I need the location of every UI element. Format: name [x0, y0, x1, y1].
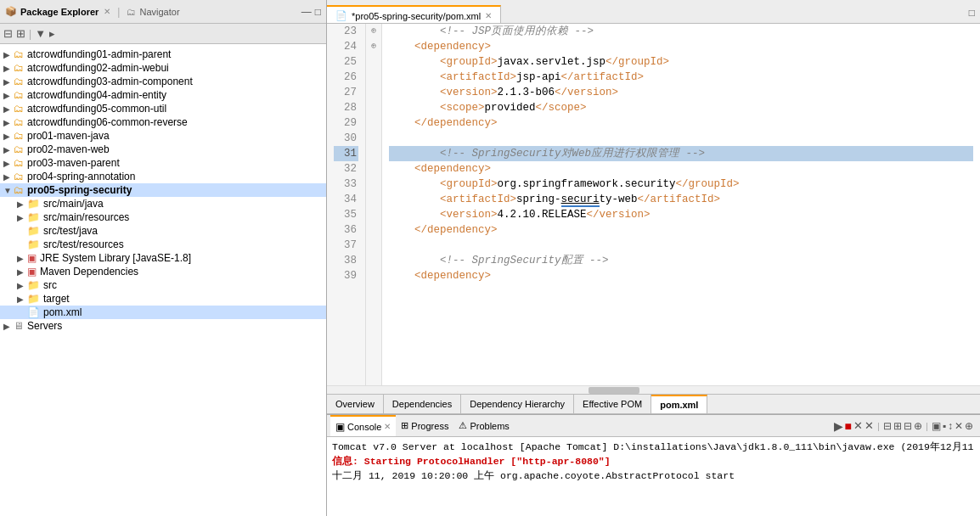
- code-line-37: [389, 238, 973, 253]
- tree-item-servers[interactable]: ▶ 🖥 Servers: [0, 319, 326, 333]
- tree-item-atcrowdfunding02[interactable]: ▶ 🗂 atcrowdfunding02-admin-webui: [0, 61, 326, 75]
- tree-item-pro03[interactable]: ▶ 🗂 pro03-maven-parent: [0, 156, 326, 170]
- collapse-all-icon[interactable]: ⊟: [3, 27, 13, 40]
- progress-tab-label: Progress: [411, 421, 448, 431]
- open-file-icon[interactable]: ▪: [943, 420, 946, 432]
- project-icon: 🗂: [14, 76, 24, 87]
- pin-icon[interactable]: ▣: [932, 420, 941, 432]
- console-line-normal: 十二月 11, 2019 10:20:00 上午 org.apache.coyo…: [332, 468, 975, 483]
- tab-overview[interactable]: Overview: [327, 395, 384, 413]
- project-icon: 🗂: [14, 130, 24, 142]
- close-console-icon[interactable]: ✕: [865, 419, 874, 432]
- tree-item-atcrowdfunding06[interactable]: ▶ 🗂 atcrowdfunding06-common-reverse: [0, 115, 326, 129]
- tree-label: src/test/resources: [43, 238, 124, 250]
- maximize-icon[interactable]: □: [315, 6, 321, 18]
- stop-icon[interactable]: ■: [845, 419, 852, 433]
- tree-label: atcrowdfunding04-admin-entity: [27, 89, 166, 101]
- tree-label: pro01-maven-java: [27, 130, 110, 142]
- code-line-35: <version>4.2.10.RELEASE</version>: [389, 207, 973, 222]
- code-line-25: <groupId>javax.servlet.jsp</groupId>: [389, 54, 973, 70]
- navigator-icon: 🗂: [127, 7, 136, 17]
- close-view-icon[interactable]: ✕: [955, 420, 963, 432]
- tree-label: pro05-spring-security: [27, 184, 132, 196]
- servers-icon: 🖥: [14, 320, 24, 332]
- line-numbers: 23 24 25 26 27 28 29 30 31 32 33 34 35 3…: [327, 24, 366, 385]
- tree-item-src-test-java[interactable]: 📁 src/test/java: [0, 224, 326, 238]
- paste-icon[interactable]: ⊕: [914, 420, 922, 432]
- project-icon: 🗂: [14, 143, 24, 155]
- tree-label: pom.xml: [43, 306, 82, 318]
- tree-item-maven-deps[interactable]: ▶ ▣ Maven Dependencies: [0, 265, 326, 278]
- tree-label: Maven Dependencies: [40, 266, 138, 278]
- tree-item-jre[interactable]: ▶ ▣ JRE System Library [JavaSE-1.8]: [0, 251, 326, 265]
- tab-dependency-hierarchy[interactable]: Dependency Hierarchy: [461, 395, 574, 413]
- editor-tab-label: *pro05-spring-security/pom.xml: [352, 11, 481, 21]
- tree-item-pom-xml[interactable]: 📄 pom.xml: [0, 306, 326, 319]
- tree-item-pro04[interactable]: ▶ 🗂 pro04-spring-annotation: [0, 170, 326, 183]
- tree-item-src-test-resources[interactable]: 📁 src/test/resources: [0, 238, 326, 251]
- code-line-33: <groupId>org.springframework.security</g…: [389, 177, 973, 192]
- minimize-icon[interactable]: —: [301, 6, 312, 18]
- link-editor-icon[interactable]: ⊞: [16, 27, 25, 40]
- tree-item-pro02[interactable]: ▶ 🗂 pro02-maven-web: [0, 143, 326, 156]
- tree-label: pro02-maven-web: [27, 143, 110, 155]
- tab-effective-pom[interactable]: Effective POM: [574, 395, 651, 413]
- project-icon: 🗂: [14, 157, 24, 169]
- code-scrollbar-h[interactable]: [327, 385, 980, 394]
- problems-tab-label: Problems: [470, 421, 509, 431]
- console-output: Tomcat v7.0 Server at localhost [Apache …: [327, 437, 980, 516]
- tab-dependencies[interactable]: Dependencies: [384, 395, 461, 413]
- xml-file-icon: 📄: [27, 306, 40, 318]
- tree-item-atcrowdfunding05[interactable]: ▶ 🗂 atcrowdfunding05-common-util: [0, 102, 326, 115]
- folder-icon: 📁: [27, 279, 40, 291]
- problems-tab[interactable]: ⚠ Problems: [453, 415, 514, 436]
- tree-label: atcrowdfunding02-admin-webui: [27, 62, 169, 74]
- project-icon: 🗂: [14, 48, 24, 60]
- package-explorer-tab-close[interactable]: ✕: [104, 7, 110, 16]
- tree-item-atcrowdfunding03[interactable]: ▶ 🗂 atcrowdfunding03-admin-component: [0, 75, 326, 88]
- scroll-lock-icon[interactable]: ⊟: [883, 420, 892, 432]
- code-line-23: <!-- JSP页面使用的依赖 -->: [389, 24, 973, 39]
- expand-icon[interactable]: ↕: [948, 420, 953, 432]
- tree-label: atcrowdfunding05-common-util: [27, 103, 166, 115]
- tree-item-pro05[interactable]: ▼ 🗂 pro05-spring-security: [0, 183, 326, 197]
- tree-item-atcrowdfunding04[interactable]: ▶ 🗂 atcrowdfunding04-admin-entity: [0, 88, 326, 102]
- tree-label: pro04-spring-annotation: [27, 171, 135, 182]
- panel-menu-icon[interactable]: ▸: [49, 27, 55, 40]
- console-tab-label: Console: [347, 422, 381, 432]
- console-toolbar: ▶ ■ ✕ ✕ | ⊟ ⊞ ⊟ ⊕ | ▣ ▪ ↕ ✕ ⊕: [831, 415, 977, 436]
- clear-icon[interactable]: ✕: [853, 419, 863, 432]
- progress-tab[interactable]: ⊞ Progress: [396, 415, 453, 436]
- tree-label: JRE System Library [JavaSE-1.8]: [40, 252, 191, 264]
- bottom-tab-bar: Overview Dependencies Dependency Hierarc…: [327, 394, 980, 414]
- console-tab[interactable]: ▣ Console ✕: [330, 415, 396, 436]
- console-tab-close[interactable]: ✕: [384, 422, 391, 431]
- navigator-tab[interactable]: Navigator: [139, 7, 179, 17]
- view-menu-icon[interactable]: ▼: [35, 27, 46, 40]
- view-menu-icon[interactable]: ⊕: [965, 420, 973, 432]
- package-explorer-tab[interactable]: Package Explorer: [20, 7, 99, 17]
- code-content[interactable]: <!-- JSP页面使用的依赖 --> <dependency> <groupI…: [382, 24, 980, 385]
- console-line-info: 信息: Starting ProtocolHandler ["http-apr-…: [332, 454, 975, 468]
- folder-icon: 📁: [27, 198, 40, 210]
- editor-tab-pom[interactable]: 📄 *pro05-spring-security/pom.xml ✕: [327, 5, 501, 23]
- editor-tab-close-icon[interactable]: ✕: [485, 11, 492, 20]
- editor-panel-maximize-icon[interactable]: □: [964, 4, 980, 23]
- run-icon[interactable]: ▶: [834, 419, 843, 433]
- tree-item-atcrowdfunding01[interactable]: ▶ 🗂 atcrowdfunding01-admin-parent: [0, 48, 326, 61]
- code-line-32: <dependency>: [389, 161, 973, 177]
- tree-item-target[interactable]: ▶ 📁 target: [0, 292, 326, 306]
- copy-icon[interactable]: ⊟: [904, 420, 912, 432]
- word-wrap-icon[interactable]: ⊞: [893, 420, 902, 432]
- tree-label: atcrowdfunding06-common-reverse: [27, 116, 188, 128]
- code-fold-markers: ⊕ ⊕: [366, 24, 382, 385]
- tree-item-src-main-java[interactable]: ▶ 📁 src/main/java: [0, 197, 326, 210]
- tree-item-src-main-resources[interactable]: ▶ 📁 src/main/resources: [0, 210, 326, 224]
- console-icon: ▣: [335, 421, 345, 433]
- tree-item-src[interactable]: ▶ 📁 src: [0, 278, 326, 292]
- code-line-29: </dependency>: [389, 115, 973, 131]
- code-line-26: <artifactId>jsp-api</artifactId>: [389, 70, 973, 85]
- tree-item-pro01[interactable]: ▶ 🗂 pro01-maven-java: [0, 129, 326, 143]
- tab-pom-xml[interactable]: pom.xml: [651, 395, 707, 413]
- xml-file-tab-icon: 📄: [335, 10, 347, 21]
